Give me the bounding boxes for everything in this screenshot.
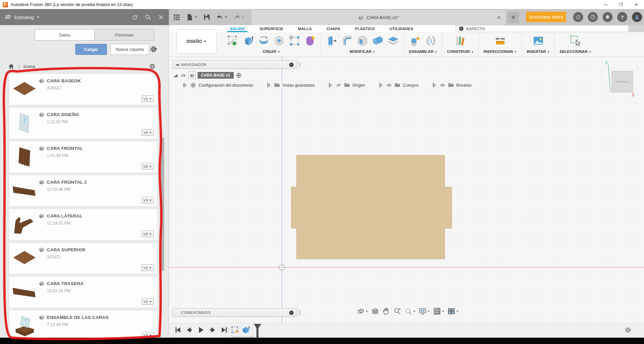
- list-item[interactable]: CARA SUPERIOR 3/20/22 V2▼: [9, 243, 157, 274]
- viewcube[interactable]: Z FRONTAL X: [606, 64, 636, 100]
- navigator-item[interactable]: Bocetos: [431, 81, 475, 89]
- panel-settings-gear-icon[interactable]: [150, 46, 157, 53]
- account-switcher[interactable]: lizanaing ▼: [5, 14, 40, 20]
- tab-superficie[interactable]: SUPERFICIE: [259, 27, 283, 31]
- new-folder-button[interactable]: Nueva carpeta: [110, 44, 149, 55]
- tab-datos[interactable]: Datos: [35, 29, 94, 40]
- comments-panel-header[interactable]: ◀◀ COMENTARIOS −: [173, 308, 297, 317]
- help-icon[interactable]: ?: [617, 12, 627, 22]
- redo-button[interactable]: ▼: [233, 14, 244, 21]
- new-tab-button[interactable]: +: [508, 12, 519, 23]
- refresh-icon[interactable]: [132, 14, 138, 20]
- select-icon[interactable]: [569, 35, 581, 47]
- extrude-icon[interactable]: [242, 35, 254, 47]
- new-component-icon[interactable]: [410, 35, 422, 47]
- document-tab[interactable]: CARA BASE v1* ✕: [251, 10, 506, 25]
- version-badge[interactable]: V4▼: [141, 197, 154, 203]
- tab-chapa[interactable]: CHAPA: [327, 27, 340, 31]
- subscribe-button[interactable]: Suscríbase ahora: [526, 12, 566, 22]
- extensions-icon[interactable]: [573, 12, 583, 22]
- viewports-icon[interactable]: ▼: [447, 307, 459, 315]
- globe-icon[interactable]: [149, 63, 155, 70]
- show-data-panel-button[interactable]: [173, 14, 180, 21]
- tab-utilidades[interactable]: UTILIDADES: [390, 27, 413, 31]
- section-label-crear[interactable]: CREAR ▼: [263, 50, 281, 54]
- insert-image-icon[interactable]: [532, 35, 544, 47]
- section-label-seleccionar[interactable]: SELECCIONAR ▼: [559, 50, 591, 54]
- job-status-icon[interactable]: [588, 12, 598, 22]
- orbit-icon[interactable]: ▼: [357, 307, 368, 315]
- tab-solido[interactable]: SOLIDO: [230, 27, 245, 31]
- navigator-item[interactable]: Vistas guardadas: [266, 81, 318, 89]
- grid-settings-icon[interactable]: ▼: [433, 307, 444, 315]
- close-panel-icon[interactable]: [158, 14, 164, 20]
- step-back-icon[interactable]: [185, 326, 193, 334]
- viewcube-front-face[interactable]: FRONTAL: [612, 71, 633, 92]
- panel-minimize-icon[interactable]: −: [289, 63, 294, 67]
- create-sketch-icon[interactable]: [227, 35, 239, 47]
- tab-aspecto[interactable]: + ASPECTO: [455, 25, 629, 32]
- revolve-icon[interactable]: [258, 35, 270, 47]
- collapse-panel-icon[interactable]: ◀◀: [176, 63, 178, 66]
- play-icon[interactable]: [197, 326, 205, 334]
- panel-grip-handle[interactable]: [299, 62, 301, 67]
- tab-malla[interactable]: MALLA: [298, 27, 312, 31]
- split-body-icon[interactable]: [387, 35, 399, 47]
- save-button[interactable]: [203, 14, 210, 21]
- pan-hand-icon[interactable]: [382, 307, 390, 315]
- create-form-icon[interactable]: [304, 35, 316, 47]
- visibility-off-icon[interactable]: [336, 82, 341, 88]
- joint-icon[interactable]: [425, 35, 437, 47]
- zoom-window-icon[interactable]: ▼: [404, 307, 416, 315]
- list-item[interactable]: CARA TRASERA 12:21:25 PM V2▼: [9, 277, 157, 308]
- workspace-selector[interactable]: DISEÑO▼: [177, 29, 217, 54]
- version-badge[interactable]: V2▼: [141, 95, 154, 102]
- visibility-icon[interactable]: [386, 82, 392, 88]
- version-badge[interactable]: V4▼: [141, 231, 154, 237]
- pattern-icon[interactable]: [289, 35, 301, 47]
- upload-button[interactable]: Cargar: [75, 44, 107, 55]
- home-icon[interactable]: [8, 63, 14, 70]
- section-label-ensamblar[interactable]: ENSAMBLAR ▼: [409, 50, 437, 54]
- construction-plane-icon[interactable]: [454, 35, 466, 47]
- undo-button[interactable]: ▼: [216, 14, 227, 21]
- avatar[interactable]: [632, 12, 642, 22]
- search-icon[interactable]: [145, 14, 151, 20]
- viewport-canvas[interactable]: ◀◀ NAVEGADOR − CARA BASE v1 Configuració…: [169, 57, 644, 323]
- expand-arrow-icon[interactable]: [378, 82, 384, 88]
- step-forward-icon[interactable]: [209, 326, 217, 334]
- panel-grip-handle[interactable]: [299, 310, 301, 315]
- fillet-icon[interactable]: [341, 35, 353, 47]
- visibility-icon[interactable]: [440, 82, 445, 88]
- hole-icon[interactable]: [273, 35, 285, 47]
- navigator-root-item[interactable]: CARA BASE v1: [173, 72, 475, 79]
- close-tab-icon[interactable]: ✕: [497, 15, 501, 21]
- expand-arrow-icon[interactable]: [327, 82, 333, 88]
- version-badge[interactable]: V2▼: [141, 298, 154, 305]
- navigator-item[interactable]: Cuerpos: [378, 81, 422, 89]
- timeline-extrude-feature[interactable]: [241, 325, 250, 334]
- expand-arrow-icon[interactable]: [182, 82, 188, 88]
- skip-to-end-icon[interactable]: [220, 326, 228, 334]
- list-item[interactable]: CARA DISEÑO 1:11:32 PM V4▼: [9, 108, 157, 139]
- list-item[interactable]: CARA LATERAL 12:19:31 PM V4▼: [9, 209, 157, 240]
- notifications-bell-icon[interactable]: [603, 12, 613, 22]
- panel-minimize-icon[interactable]: −: [289, 311, 294, 315]
- measure-icon[interactable]: [494, 35, 506, 47]
- scrollbar[interactable]: [161, 137, 164, 271]
- navigator-item[interactable]: Origen: [327, 81, 368, 89]
- expand-arrow-icon[interactable]: [266, 82, 272, 88]
- section-label-insertar[interactable]: INSERTAR ▼: [527, 50, 550, 54]
- file-menu-button[interactable]: ▼: [186, 14, 197, 21]
- display-settings-icon[interactable]: ▼: [419, 307, 430, 315]
- expand-arrow-icon[interactable]: [431, 82, 437, 88]
- restore-button[interactable]: ❐: [613, 0, 629, 9]
- press-pull-icon[interactable]: [326, 35, 338, 47]
- list-item[interactable]: CARA FRONTAL 2 12:15:36 PM V4▼: [9, 175, 157, 206]
- minimize-button[interactable]: —: [598, 0, 613, 9]
- section-label-modificar[interactable]: MODIFICAR ▼: [350, 50, 375, 54]
- version-badge[interactable]: V3▼: [141, 163, 154, 170]
- version-badge[interactable]: V4▼: [141, 129, 154, 136]
- close-button[interactable]: ✕: [629, 0, 644, 9]
- timeline-sketch-feature[interactable]: [231, 325, 239, 334]
